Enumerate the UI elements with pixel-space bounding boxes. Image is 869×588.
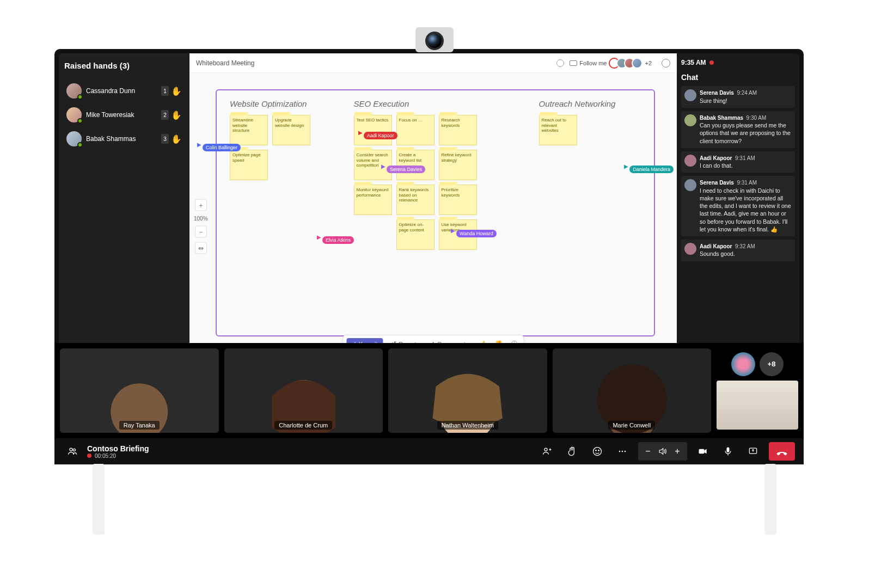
svg-rect-23 [727,448,730,452]
svg-rect-22 [699,449,705,454]
presence-avatar[interactable] [632,58,642,69]
presence-overflow[interactable]: +2 [645,60,652,66]
sticky-note[interactable]: Refine keyword strategy [439,150,477,180]
follow-me-button[interactable]: Follow me [570,60,607,66]
volume-group: − + [638,442,687,461]
raised-hand-row[interactable]: Cassandra Dunn 1✋ [64,79,184,103]
overflow-count[interactable]: +8 [760,352,784,376]
collaborator-cursor: Wanda Howard [456,230,497,237]
whiteboard-header: Whiteboard Meeting Follow me +2 [189,53,677,73]
volume-up-button[interactable]: + [671,442,684,461]
mic-button[interactable] [719,442,737,461]
sticky-note[interactable]: Streamline website structure [230,115,268,145]
hangup-button[interactable] [769,442,795,461]
avatar [684,114,696,126]
video-label: Marie Conwell [608,421,655,430]
sticky-note[interactable]: Optimize page speed [230,150,268,180]
zoom-out-button[interactable]: － [195,226,207,238]
participant-name: Babak Shammas [86,135,136,143]
settings-icon[interactable] [662,59,670,68]
sticky-note[interactable]: Focus on … [396,115,434,145]
svg-point-20 [622,451,623,452]
screen-icon [570,60,577,66]
svg-point-14 [73,449,75,451]
raise-hand-button[interactable] [563,442,582,461]
share-button[interactable] [744,442,762,461]
participants-button[interactable] [538,442,556,461]
timer-icon[interactable] [556,59,564,67]
zoom-level: 100% [194,216,208,222]
video-tile[interactable]: Ray Tanaka [60,348,219,433]
chat-message[interactable]: Serena Davis 9:31 AMI need to check in w… [681,176,795,236]
overflow-avatar[interactable] [731,352,755,376]
people-icon[interactable] [63,442,82,461]
whiteboard-title: Whiteboard Meeting [196,59,254,67]
svg-point-21 [625,451,626,452]
svg-point-19 [619,451,621,452]
board-column: Outreach Networking Reach out to relevan… [539,99,641,250]
sticky-note[interactable]: Rank keywords based on relevance [396,185,434,215]
raised-hand-row[interactable]: Mike Toweresiak 2✋ [64,103,184,127]
column-title: SEO Execution [354,99,517,108]
raised-hand-icon: ✋ [171,110,182,120]
meeting-control-bar: Contoso Briefing 00:05:20 − + [54,438,804,464]
board-frame: Website Optimization Streamline website … [216,89,655,336]
device-camera [415,27,454,52]
video-label: Charlotte de Crum [274,421,332,430]
collaborator-cursor: Elvia Atkins [322,236,354,244]
video-tile[interactable]: Marie Conwell [553,348,712,433]
meeting-title: Contoso Briefing [87,444,149,453]
whiteboard-canvas[interactable]: ＋ 100% － ⇔ Website Optimization [189,73,677,380]
column-title: Website Optimization [230,99,332,108]
svg-point-16 [593,448,602,456]
reactions-button[interactable] [588,442,607,461]
zoom-in-button[interactable]: ＋ [195,199,207,211]
collaborator-cursor: Serena Davies [387,166,425,173]
sticky-note[interactable]: Reach out to relevant websites [539,115,577,145]
raised-hand-icon: ✋ [171,86,182,96]
meeting-elapsed: 00:05:20 [95,453,116,459]
sticky-note[interactable]: Optimize on-page content [396,219,434,250]
video-tile[interactable]: Nathan Waltenheim [388,348,547,433]
collaborator-cursor: Colin Ballinger [203,144,241,151]
raised-hand-row[interactable]: Babak Shammas 3✋ [64,127,184,151]
chat-message[interactable]: Babak Shammas 9:30 AMCan you guys please… [681,111,795,148]
video-label: Nathan Waltenheim [437,421,498,430]
sticky-note[interactable]: Research keywords [439,115,477,145]
sticky-note[interactable]: Prioritize keywords [439,185,477,215]
chat-message[interactable]: Aadi Kapoor 9:31 AMI can do that. [681,151,795,173]
zoom-fit-button[interactable]: ⇔ [195,242,207,254]
svg-point-18 [598,450,599,451]
video-label: Ray Tanaka [119,421,160,430]
svg-point-13 [70,448,72,451]
board-column: SEO Execution Test SEO tactics Focus on … [354,99,517,250]
avatar [684,243,696,255]
recording-indicator-icon [709,60,714,65]
speaker-icon[interactable] [658,446,668,456]
video-overflow: +8 [717,352,798,430]
chat-message[interactable]: Serena Davis 9:24 AMSure thing! [681,86,795,108]
participant-name: Mike Toweresiak [86,111,134,119]
presence-avatars[interactable]: +2 [612,58,652,69]
device-leg [764,464,776,535]
sticky-note[interactable]: Monitor keyword performance [354,185,392,215]
video-gallery: Ray Tanaka Charlotte de Crum Nathan Walt… [54,343,804,438]
room-camera-thumb[interactable] [717,381,798,430]
camera-button[interactable] [694,442,712,461]
column-title: Outreach Networking [539,99,641,108]
chat-message[interactable]: Aadi Kapoor 9:32 AMSounds good. [681,240,795,261]
participant-name: Cassandra Dunn [86,87,135,95]
sticky-note[interactable]: Upgrade website design [272,115,310,145]
avatar [684,155,696,167]
sticky-note[interactable]: Create a keyword list [396,150,434,180]
svg-point-15 [544,448,547,451]
sticky-note[interactable]: Consider search volume and competition [354,150,392,180]
collaborator-cursor: Daniela Mandera [629,166,674,173]
video-tile[interactable]: Charlotte de Crum [224,348,383,433]
volume-down-button[interactable]: − [641,442,654,461]
raised-hand-icon: ✋ [171,134,182,144]
more-button[interactable] [613,442,632,461]
avatar [684,179,696,191]
recording-indicator-icon [87,454,91,458]
zoom-controls: ＋ 100% － ⇔ [194,199,208,254]
